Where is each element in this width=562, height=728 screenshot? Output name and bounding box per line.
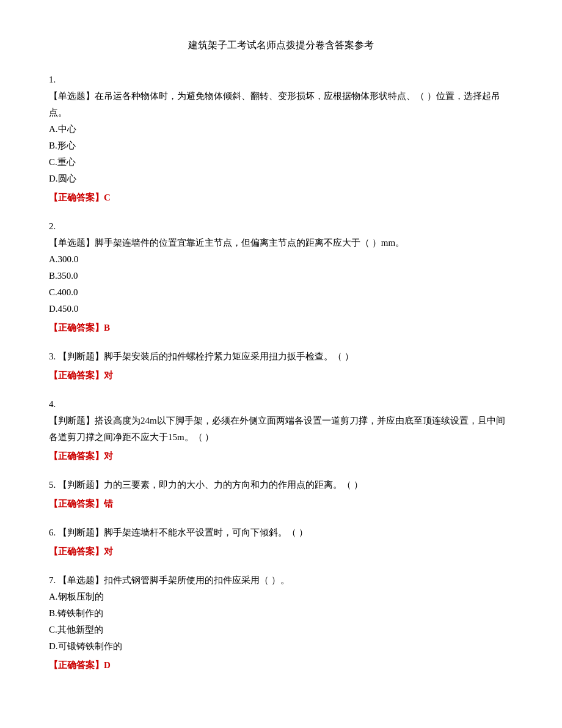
answer-4: 【正确答案】对 (49, 448, 513, 465)
option-2-1: B.350.0 (49, 268, 513, 284)
question-block-6: 6. 【判断题】脚手架连墙杆不能水平设置时，可向下倾斜。（ ）【正确答案】对 (49, 524, 513, 560)
option-7-0: A.钢板压制的 (49, 589, 513, 605)
option-1-0: A.中心 (49, 121, 513, 138)
page-title: 建筑架子工考试名师点拨提分卷含答案参考 (49, 37, 513, 54)
question-text-1: 【单选题】在吊运各种物体时，为避免物体倾斜、翻转、变形损坏，应根据物体形状特点、… (49, 88, 513, 121)
question-number-1: 1. (49, 72, 513, 88)
question-block-4: 4.【判断题】搭设高度为24m以下脚手架，必须在外侧立面两端各设置一道剪刀撑，并… (49, 396, 513, 465)
answer-5: 【正确答案】错 (49, 496, 513, 512)
question-line-6: 6. 【判断题】脚手架连墙杆不能水平设置时，可向下倾斜。（ ） (49, 524, 513, 541)
answer-6: 【正确答案】对 (49, 543, 513, 560)
question-block-7: 7. 【单选题】扣件式钢管脚手架所使用的扣件应采用（ ）。A.钢板压制的B.铸铁… (49, 572, 513, 674)
question-number-4: 4. (49, 396, 513, 413)
answer-1: 【正确答案】C (49, 189, 513, 206)
question-line-7: 7. 【单选题】扣件式钢管脚手架所使用的扣件应采用（ ）。 (49, 572, 513, 589)
option-2-2: C.400.0 (49, 284, 513, 301)
question-block-3: 3. 【判断题】脚手架安装后的扣件螺栓拧紧力矩应采用扭力扳手检查。（ ）【正确答… (49, 348, 513, 384)
question-block-5: 5. 【判断题】力的三要素，即力的大小、力的方向和力的作用点的距离。（ ）【正确… (49, 477, 513, 512)
option-2-3: D.450.0 (49, 301, 513, 317)
option-7-2: C.其他新型的 (49, 622, 513, 638)
option-1-1: B.形心 (49, 138, 513, 154)
question-text-2: 【单选题】脚手架连墙件的位置宜靠近主节点，但偏离主节点的距离不应大于（ ）mm。 (49, 235, 513, 251)
option-7-1: B.铸铁制作的 (49, 605, 513, 622)
option-1-2: C.重心 (49, 154, 513, 171)
question-line-5: 5. 【判断题】力的三要素，即力的大小、力的方向和力的作用点的距离。（ ） (49, 477, 513, 493)
question-block-2: 2.【单选题】脚手架连墙件的位置宜靠近主节点，但偏离主节点的距离不应大于（ ）m… (49, 218, 513, 336)
question-number-2: 2. (49, 218, 513, 235)
option-7-3: D.可锻铸铁制作的 (49, 638, 513, 655)
answer-3: 【正确答案】对 (49, 367, 513, 384)
answer-2: 【正确答案】B (49, 320, 513, 336)
option-1-3: D.圆心 (49, 171, 513, 187)
questions-container: 1.【单选题】在吊运各种物体时，为避免物体倾斜、翻转、变形损坏，应根据物体形状特… (49, 72, 513, 674)
question-block-1: 1.【单选题】在吊运各种物体时，为避免物体倾斜、翻转、变形损坏，应根据物体形状特… (49, 72, 513, 206)
option-2-0: A.300.0 (49, 251, 513, 268)
question-text-4: 【判断题】搭设高度为24m以下脚手架，必须在外侧立面两端各设置一道剪刀撑，并应由… (49, 413, 513, 446)
question-line-3: 3. 【判断题】脚手架安装后的扣件螺栓拧紧力矩应采用扭力扳手检查。（ ） (49, 348, 513, 365)
answer-7: 【正确答案】D (49, 657, 513, 674)
